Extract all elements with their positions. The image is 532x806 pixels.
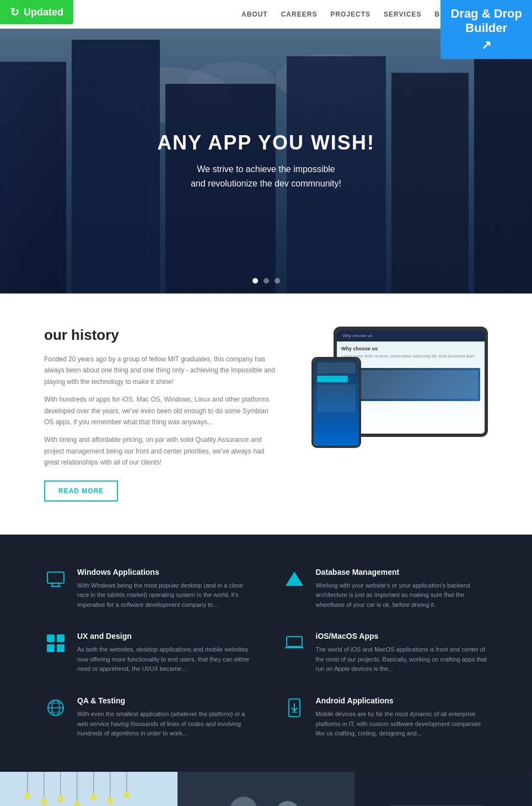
hero-dot-3[interactable] <box>275 278 280 284</box>
updated-label: Updated <box>24 7 63 18</box>
office-svg-1 <box>0 772 178 806</box>
service-title-windows: Windows Applications <box>77 568 250 577</box>
hero-dot-1[interactable] <box>252 278 258 284</box>
svg-point-66 <box>41 798 47 805</box>
service-text-ios: The world of iOS and MacOS applications … <box>316 645 488 674</box>
strip-image-1 <box>0 772 178 806</box>
dnd-badge: Drag & Drop Builder ↗ <box>440 0 532 59</box>
nav-about[interactable]: ABOUT <box>241 10 268 18</box>
dnd-label-line2: Builder <box>465 21 507 35</box>
hero-subtitle-line2: and revolutionize the dev commnunity! <box>191 179 341 188</box>
tablet-screen-header: Why choose us <box>337 330 485 341</box>
services-section: Windows Applications With Windows being … <box>0 535 532 772</box>
service-title-qa: QA & Testing <box>77 696 250 705</box>
hero-title: ANY APP YOU WISH! <box>157 131 375 154</box>
hero-section: ANY APP YOU WISH! We strive to achieve t… <box>0 29 532 293</box>
history-title: our history <box>44 327 278 344</box>
service-content-ios: iOS/MacOS Apps The world of iOS and MacO… <box>316 632 488 674</box>
svg-rect-44 <box>47 634 55 642</box>
service-title-ux: UX and Design <box>77 632 250 640</box>
triangle-icon <box>284 569 304 589</box>
refresh-icon: ↻ <box>10 6 19 19</box>
service-icon-qa <box>44 696 67 719</box>
service-item-windows: Windows Applications With Windows being … <box>44 568 250 610</box>
svg-rect-62 <box>0 772 178 806</box>
svg-rect-50 <box>61 648 65 652</box>
hero-subtitle-line1: We strive to achieve the impossible <box>197 164 335 174</box>
service-content-windows: Windows Applications With Windows being … <box>77 568 250 610</box>
service-text-qa: With even the smallest application (what… <box>77 709 250 739</box>
dnd-label-line1: Drag & Drop <box>450 7 522 20</box>
svg-rect-49 <box>57 648 61 652</box>
device-mockup: Why choose us Why choose us Lorem ipsum … <box>311 327 488 448</box>
hero-subtitle: We strive to achieve the impossible and … <box>157 162 375 190</box>
service-icon-windows <box>44 568 67 591</box>
service-text-ux: As both the websites, desktop applicatio… <box>77 645 250 674</box>
globe-icon <box>46 698 66 718</box>
arrow-icon: ↗ <box>450 38 522 52</box>
history-para-3: With timing and affordable pricing, on p… <box>44 434 278 468</box>
svg-marker-43 <box>286 572 303 586</box>
device-why-title: Why choose us <box>341 346 480 351</box>
svg-point-74 <box>107 797 114 804</box>
history-para-1: Fonded 20 years ago by a group of fellow… <box>44 354 278 387</box>
tablet-why-title: Why choose us <box>342 333 373 338</box>
service-icon-ux <box>44 632 67 655</box>
monitor-icon <box>46 569 66 589</box>
svg-rect-51 <box>287 637 302 647</box>
nav-careers[interactable]: CAREERS <box>281 10 318 18</box>
strip-image-3 <box>354 772 532 806</box>
service-content-ux: UX and Design As both the websites, desk… <box>77 632 250 674</box>
office-svg-3 <box>354 772 532 806</box>
history-image: Why choose us Why choose us Lorem ipsum … <box>311 327 488 448</box>
service-title-database: Database Management <box>316 568 488 577</box>
service-item-ios: iOS/MacOS Apps The world of iOS and MacO… <box>283 632 488 674</box>
phone-mockup <box>311 357 361 448</box>
service-icon-database <box>283 568 306 591</box>
history-para-2: With hundreds of apps for iOS, Mac OS, W… <box>44 394 278 428</box>
svg-rect-46 <box>47 644 55 652</box>
service-text-database: Working with your website's or your appl… <box>316 581 488 610</box>
read-more-button[interactable]: READ MORE <box>44 481 118 501</box>
svg-rect-45 <box>57 634 65 642</box>
svg-rect-88 <box>354 772 532 806</box>
nav-services[interactable]: SERVICES <box>384 10 421 18</box>
service-item-ux: UX and Design As both the websites, desk… <box>44 632 250 674</box>
nav-projects[interactable]: PROJECTS <box>330 10 370 18</box>
service-item-qa: QA & Testing With even the smallest appl… <box>44 696 250 739</box>
strip-image-2 <box>178 772 355 806</box>
service-title-ios: iOS/MacOS Apps <box>316 632 488 640</box>
service-content-qa: QA & Testing With even the smallest appl… <box>77 696 250 739</box>
phone-download-icon <box>284 698 304 718</box>
service-text-windows: With Windows being the most popular desk… <box>77 581 250 610</box>
history-section: our history Fonded 20 years ago by a gro… <box>0 293 532 535</box>
svg-rect-39 <box>47 572 64 583</box>
svg-point-68 <box>57 796 64 802</box>
svg-point-72 <box>90 794 97 800</box>
history-text: our history Fonded 20 years ago by a gro… <box>44 327 278 501</box>
office-svg-2 <box>178 772 355 806</box>
grid-icon <box>46 633 66 653</box>
service-icon-android <box>283 696 306 719</box>
updated-badge: ↻ Updated <box>0 0 73 24</box>
service-title-android: Android Applications <box>316 696 488 705</box>
svg-rect-48 <box>61 644 65 648</box>
svg-rect-53 <box>292 647 297 648</box>
laptop-icon <box>284 633 304 653</box>
svg-point-64 <box>24 793 31 799</box>
device-why-text: Lorem ipsum dolor sit amet, consectetaur… <box>341 354 480 365</box>
hero-dots <box>252 278 280 284</box>
svg-rect-47 <box>57 644 61 648</box>
phone-screen <box>314 359 359 446</box>
service-item-android: Android Applications Mobile devices are … <box>283 696 488 739</box>
service-item-database: Database Management Working with your we… <box>283 568 488 610</box>
hero-content: ANY APP YOU WISH! We strive to achieve t… <box>157 131 375 190</box>
service-content-database: Database Management Working with your we… <box>316 568 488 610</box>
service-icon-ios <box>283 632 306 655</box>
bottom-image-strip <box>0 772 532 806</box>
hero-dot-2[interactable] <box>264 278 269 284</box>
svg-rect-81 <box>178 772 355 806</box>
service-content-android: Android Applications Mobile devices are … <box>316 696 488 739</box>
svg-point-76 <box>123 792 130 798</box>
service-text-android: Mobile devices are by far the most dynam… <box>316 709 488 739</box>
